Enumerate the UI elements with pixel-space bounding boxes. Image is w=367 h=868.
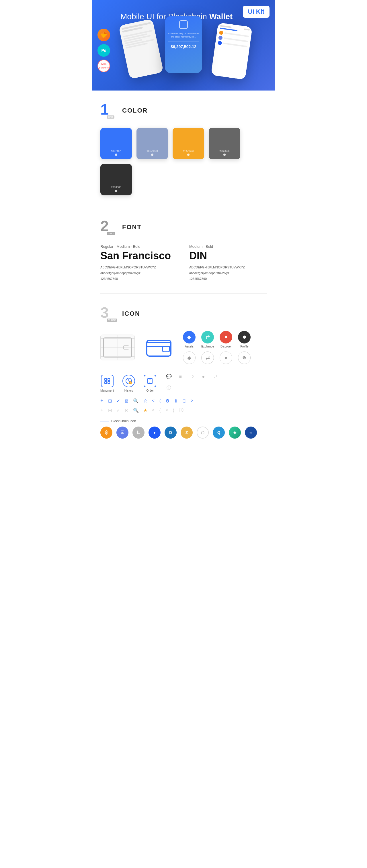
management-icon	[101, 375, 114, 387]
phone-left	[119, 19, 164, 79]
phone-center: Character may be mastered in the great m…	[165, 16, 202, 73]
document-edit-icon: ⊞	[108, 398, 112, 404]
share-icon: ⟨	[159, 398, 161, 404]
qtum-icon: Q	[213, 427, 225, 439]
omg-icon: ∞	[245, 427, 257, 439]
star-icon-filled: ★	[143, 408, 147, 413]
font-san-francisco: Regular · Medium · Bold San Francisco AB…	[101, 244, 178, 282]
chat-icon: 💬	[165, 373, 173, 381]
tab-icons-group: ◆ Assets ⇄ Exchange ● Discover ☻ Profile…	[183, 331, 251, 364]
search-icon: 🔍	[133, 398, 139, 404]
document-edit-icon-gray: ⊞	[108, 408, 112, 413]
qr-icon: ⊠	[125, 398, 129, 404]
ethereum-icon: Ξ	[116, 427, 129, 439]
close-icon: ×	[191, 398, 194, 403]
font-section-header: 2 TWO FONT	[101, 219, 266, 236]
wallet-icon-filled	[142, 335, 176, 361]
font-title: FONT	[122, 223, 142, 231]
forward-icon-gray: ⟩	[173, 408, 174, 413]
swatch-dark: #303030	[101, 164, 132, 195]
upload-icon: ⬆	[174, 398, 178, 404]
ui-kit-badge: UI Kit	[243, 6, 270, 18]
chevron-left-icon: <	[152, 398, 154, 403]
phone-right	[211, 23, 253, 80]
tab-icons-filled: ◆ Assets ⇄ Exchange ● Discover ☻ Profile	[183, 331, 251, 348]
misc-icons-gray: 💬 ≡ ☽ ● 🗨 ⓘ	[165, 373, 222, 392]
swatch-gray-blue: #8DA0C8	[137, 128, 168, 159]
color-section-header: 1 ONE COLOR	[101, 102, 266, 119]
info-icon: ⓘ	[165, 384, 173, 392]
chevron-left-icon-gray: <	[152, 408, 154, 413]
exchange-icon-item: ⇄ Exchange	[201, 331, 214, 348]
history-icon-item: + History	[122, 375, 135, 392]
icon-showcase-row: ◆ Assets ⇄ Exchange ● Discover ☻ Profile…	[101, 331, 266, 364]
network-icon: ⬡	[197, 427, 209, 439]
svg-rect-5	[147, 343, 171, 347]
color-section: 1 ONE COLOR #3574FA #8DA0C8 #F5A623 #666…	[92, 91, 275, 207]
zcash-icon: Z	[181, 427, 193, 439]
resize-icon: ⬡	[182, 398, 186, 404]
svg-rect-8	[105, 381, 107, 383]
font-din: Medium · Bold DIN ABCDEFGHIJKLMNOPQRSTUV…	[189, 244, 266, 282]
blockchain-line	[101, 421, 109, 422]
font-grid: Regular · Medium · Bold San Francisco AB…	[101, 244, 266, 282]
nav-icons-row: Mangment + History	[101, 373, 266, 392]
svg-rect-7	[105, 378, 107, 380]
color-title: COLOR	[122, 107, 148, 114]
stack-icon: ≡	[176, 373, 185, 381]
info-icon-gray: ⓘ	[179, 407, 184, 413]
dash-icon: D	[165, 427, 177, 439]
speech-icon: 🗨	[211, 373, 219, 381]
settings-icon: ⚙	[165, 398, 169, 404]
plus-icon-gray: +	[101, 407, 104, 413]
profile-icon: ☻	[238, 331, 251, 343]
profile-icon-outline: ☻	[238, 351, 251, 364]
discover-icon-item: ● Discover	[220, 331, 232, 348]
order-icon	[144, 375, 156, 387]
icon-section: 3 THREE ICON	[92, 293, 275, 462]
section-num-1: 1 ONE	[101, 102, 117, 119]
assets-icon-item: ◆ Assets	[183, 331, 196, 348]
discover-icon-outline: ●	[220, 351, 232, 364]
font-section: 2 TWO FONT Regular · Medium · Bold San F…	[92, 207, 275, 293]
star-icon: ☆	[143, 398, 147, 404]
svg-rect-9	[108, 378, 110, 380]
order-icon-item: Order	[144, 375, 156, 392]
discover-icon: ●	[220, 331, 232, 343]
icon-title: ICON	[122, 310, 140, 317]
small-icons-blue-row: + ⊞ ✓ ⊠ 🔍 ☆ < ⟨ ⚙ ⬆ ⬡ ×	[101, 398, 266, 404]
history-icon: +	[122, 375, 135, 387]
color-swatches: #3574FA #8DA0C8 #F5A623 #666666 #303030	[101, 128, 266, 195]
moon-icon: ☽	[188, 373, 196, 381]
bitcoin-icon: ₿	[101, 427, 112, 439]
qr-icon-gray: ⊠	[125, 408, 129, 413]
svg-rect-10	[108, 381, 110, 383]
profile-icon-item: ☻ Profile	[238, 331, 251, 348]
exchange-icon: ⇄	[201, 331, 214, 343]
circle-icon: ●	[199, 373, 207, 381]
tab-icons-outline: ◆ ⇄ ● ☻	[183, 351, 251, 364]
management-icon-item: Mangment	[101, 375, 114, 392]
crypto-coins-row: ₿ Ξ Ł ▼ D Z ⬡ Q ◈ ∞	[101, 427, 266, 439]
section-num-3: 3 THREE	[101, 305, 117, 322]
swatch-blue: #3574FA	[101, 128, 132, 159]
share-icon-gray: ⟨	[159, 408, 161, 413]
icon-section-header: 3 THREE ICON	[101, 305, 266, 322]
exchange-icon-outline: ⇄	[201, 351, 214, 364]
litecoin-icon: Ł	[133, 427, 144, 439]
close-icon-gray: ×	[165, 408, 168, 413]
section-num-2: 2 TWO	[101, 219, 117, 236]
svg-text:+: +	[130, 382, 131, 384]
small-icons-gray-row: + ⊞ ✓ ⊠ 🔍 ★ < ⟨ × ⟩ ⓘ	[101, 407, 266, 413]
kyber-icon: ◈	[229, 427, 241, 439]
assets-icon-outline: ◆	[183, 351, 196, 364]
svg-rect-6	[163, 347, 169, 352]
swatch-gray: #666666	[209, 128, 240, 159]
check-icon: ✓	[116, 398, 120, 404]
search-icon-gray: 🔍	[133, 408, 139, 413]
blockchain-label: BlockChain Icon	[101, 419, 266, 423]
assets-icon: ◆	[183, 331, 196, 343]
hero-section: Ps 60+ Screens Mobile UI for Blockchain …	[92, 0, 275, 91]
wallet-wireframe	[101, 335, 135, 361]
check-icon-gray: ✓	[116, 408, 120, 413]
